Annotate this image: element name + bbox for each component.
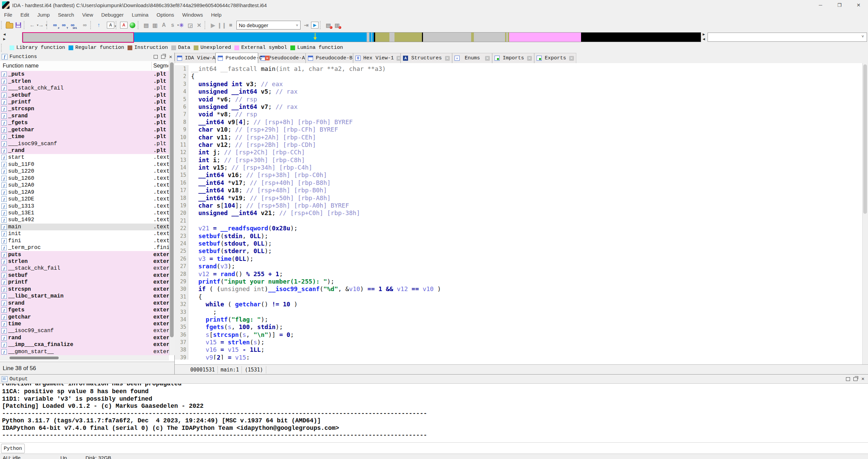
code-text[interactable]: int j; // [rsp+2Ch] [rbp-CCh] xyxy=(188,149,305,156)
column-header-segment[interactable]: Segment xyxy=(153,63,168,69)
save-file-icon[interactable] xyxy=(14,21,22,29)
cli-language-button[interactable]: Python xyxy=(1,444,25,453)
function-row[interactable]: f_srand.plt xyxy=(0,113,169,119)
code-text[interactable]: char v11; // [rsp+2Ah] [rbp-CEh] xyxy=(188,134,316,141)
code-line[interactable]: 7 void *v8; // rsp xyxy=(175,111,856,118)
output-float-icon[interactable] xyxy=(852,376,859,382)
code-text[interactable] xyxy=(188,217,191,225)
cli-input[interactable] xyxy=(25,444,867,453)
function-row[interactable]: fsub_12A9.text xyxy=(0,189,169,195)
menu-item-file[interactable]: File xyxy=(0,10,16,19)
tab-exports[interactable]: Exports✕ xyxy=(534,53,576,63)
code-line[interactable]: 32 while ( getchar() != 10 ) xyxy=(175,301,856,308)
code-text[interactable]: v12 = rand() % 255 + 1; xyxy=(188,270,283,278)
tab-close-icon[interactable]: ✕ xyxy=(569,56,574,61)
function-row[interactable]: f__imp___cxa_finalizeextern xyxy=(0,341,169,348)
code-text[interactable]: setbuf(stdin, 0LL); xyxy=(188,232,268,240)
code-text[interactable]: v9[2] = v15; xyxy=(188,354,250,360)
function-row[interactable]: f_time.plt xyxy=(0,133,169,140)
code-text[interactable]: fgets(s, 100, stdin); xyxy=(188,323,283,331)
code-text[interactable]: void *v8; // rsp xyxy=(188,111,257,118)
function-row[interactable]: fsub_1492.text xyxy=(0,216,169,223)
code-text[interactable]: ; xyxy=(188,308,217,316)
code-line[interactable]: 1__int64 __fastcall main(int a1, char **… xyxy=(175,65,856,73)
make-data-icon[interactable]: ▥ xyxy=(151,21,159,29)
minimize-button[interactable]: ─ xyxy=(811,0,830,10)
function-row[interactable]: fsub_12A0.text xyxy=(0,182,169,189)
search-code-icon[interactable]: ∞# xyxy=(51,21,59,29)
function-row[interactable]: fstrlenextern xyxy=(0,258,169,265)
code-text[interactable]: __int64 v16; // [rsp+38h] [rbp-C0h] xyxy=(188,171,327,179)
navband-range-combo[interactable]: ˅ xyxy=(708,33,867,42)
function-row[interactable]: fmain.text xyxy=(0,224,169,230)
code-line[interactable]: 36 s[strcspn(s, "\n")] = 0; xyxy=(175,331,856,339)
code-line[interactable]: 20 unsigned __int64 v21; // [rsp+C0h] [r… xyxy=(175,209,856,217)
code-text[interactable]: v15 = strlen(s); xyxy=(188,339,265,346)
function-row[interactable]: fprintfextern xyxy=(0,279,169,286)
code-text[interactable]: s[strcspn(s, "\n")] = 0; xyxy=(188,331,294,339)
code-line[interactable]: 12 int j; // [rsp+2Ch] [rbp-CCh] xyxy=(175,149,856,156)
tab-close-icon[interactable]: ✕ xyxy=(265,56,270,60)
navband-window-icon[interactable]: A xyxy=(120,22,128,28)
navband-view-frame[interactable] xyxy=(22,32,134,43)
function-row[interactable]: f_getchar.plt xyxy=(0,127,169,133)
search-value-icon[interactable]: ∞101 xyxy=(69,21,77,29)
code-line[interactable]: 21 xyxy=(175,217,856,225)
code-text[interactable]: unsigned int v3; // eax xyxy=(188,80,283,88)
back-icon[interactable]: ←▼ xyxy=(28,21,36,29)
tab-close-icon[interactable]: ✕ xyxy=(445,56,450,61)
tab-ida-view-a[interactable]: IDA View-A✕ xyxy=(175,53,215,63)
function-row[interactable]: f___stack_chk_fail.plt xyxy=(0,85,169,92)
function-row[interactable]: fsub_11F0.text xyxy=(0,161,169,168)
stop-process-icon[interactable]: ■ xyxy=(227,21,235,29)
function-row[interactable]: fsub_12DE.text xyxy=(0,196,169,203)
navigation-band[interactable] xyxy=(22,32,701,42)
code-text[interactable]: __int64 *v19; // [rsp+50h] [rbp-A8h] xyxy=(188,194,331,202)
menu-item-jump[interactable]: Jump xyxy=(33,10,54,19)
close-button[interactable]: ✕ xyxy=(849,0,868,10)
navband-scroll-left-icon[interactable]: ◀▶ xyxy=(2,32,7,42)
code-text[interactable]: srand(v3); xyxy=(188,263,235,270)
code-line[interactable]: 34 printf("flag: "); xyxy=(175,316,856,323)
function-row[interactable]: fsub_13E1.text xyxy=(0,210,169,216)
panel-close-icon[interactable]: ✕ xyxy=(167,54,174,60)
lumina-icon[interactable] xyxy=(128,21,136,29)
function-row[interactable]: f__libc_start_mainextern xyxy=(0,293,169,300)
functions-horizontal-scrollbar[interactable] xyxy=(0,355,169,361)
code-text[interactable]: if ( (unsigned int)__isoc99_scanf("%d", … xyxy=(188,285,441,293)
menu-item-search[interactable]: Search xyxy=(54,10,78,19)
patch-icon[interactable]: ✳ xyxy=(177,21,186,29)
code-line[interactable]: 24 setbuf(stdout, 0LL); xyxy=(175,240,856,247)
function-row[interactable]: fsub_1220.text xyxy=(0,168,169,175)
function-row[interactable]: ftimeextern xyxy=(0,321,169,327)
menu-item-debugger[interactable]: Debugger xyxy=(97,10,128,19)
code-text[interactable]: unsigned __int64 v7; // rax xyxy=(188,103,297,111)
code-text[interactable]: printf("flag: "); xyxy=(188,316,268,323)
code-text[interactable]: setbuf(stdout, 0LL); xyxy=(188,240,272,247)
start-process-icon[interactable]: ▶ xyxy=(209,21,217,29)
code-text[interactable]: int v15; // [rsp+34h] [rbp-C4h] xyxy=(188,164,312,171)
code-line[interactable]: 23 setbuf(stdin, 0LL); xyxy=(175,232,856,240)
function-row[interactable]: f___isoc99_scanf.plt xyxy=(0,140,169,147)
tab-pseudocode-c[interactable]: Pseudocode-C✕ xyxy=(215,53,258,63)
code-line[interactable]: 28 v12 = rand() % 255 + 1; xyxy=(175,270,856,278)
column-header-function-name[interactable]: Function name xyxy=(3,63,39,69)
code-text[interactable]: __int64 *v17; // [rsp+40h] [rbp-B8h] xyxy=(188,179,331,187)
code-line[interactable]: 29 printf("input your number(1-255): "); xyxy=(175,278,856,285)
tab-imports[interactable]: Imports✕ xyxy=(492,53,534,63)
make-struct-icon[interactable]: s▼ xyxy=(169,21,177,29)
function-row[interactable]: fstrcspnextern xyxy=(0,286,169,293)
code-text[interactable]: void *v6; // rsp xyxy=(188,96,257,103)
function-row[interactable]: fgetcharextern xyxy=(0,313,169,320)
code-line[interactable]: 15 __int64 v16; // [rsp+38h] [rbp-C0h] xyxy=(175,171,856,179)
code-text[interactable]: v3 = time(0LL); xyxy=(188,255,253,263)
code-line[interactable]: 27 srand(v3); xyxy=(175,263,856,270)
function-row[interactable]: f__isoc99_scanfextern xyxy=(0,327,169,334)
tab-hex-view-1[interactable]: 0Hex View-1✕ xyxy=(353,53,401,63)
code-line[interactable]: 39 v9[2] = v15; xyxy=(175,354,856,360)
menu-item-windows[interactable]: Windows xyxy=(178,10,207,19)
code-line[interactable]: 5 void *v6; // rsp xyxy=(175,96,856,103)
code-text[interactable]: __int64 __fastcall main(int a1, char **a… xyxy=(188,65,386,73)
code-text[interactable]: __int64 v18; // [rsp+48h] [rbp-B0h] xyxy=(188,187,327,194)
code-line[interactable]: 18 __int64 *v19; // [rsp+50h] [rbp-A8h] xyxy=(175,194,856,202)
